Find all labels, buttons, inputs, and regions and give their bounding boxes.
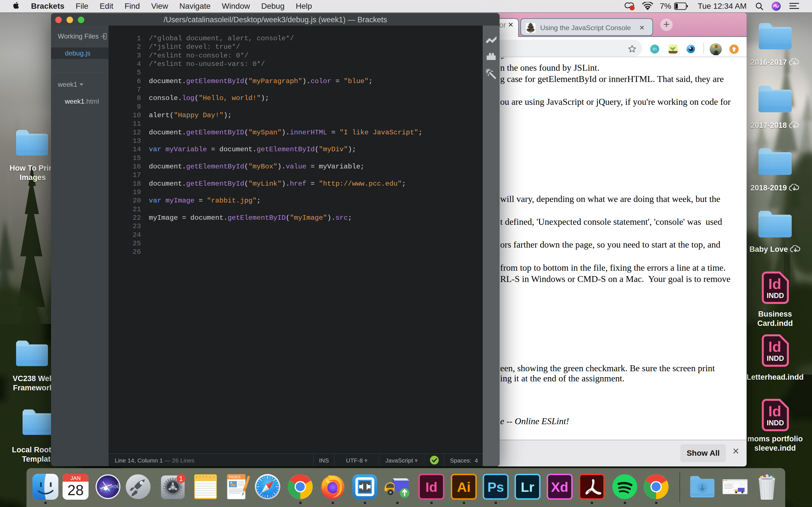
svg-text:Xd: Xd: [551, 480, 568, 495]
svg-text:1: 1: [179, 475, 183, 483]
svg-text:28: 28: [67, 482, 84, 498]
svg-text:m: m: [653, 46, 657, 52]
svg-text:Lr: Lr: [521, 480, 534, 495]
svg-text:PAGES: PAGES: [229, 475, 240, 479]
svg-text:JAN: JAN: [70, 475, 81, 481]
svg-text:Id: Id: [425, 480, 438, 495]
svg-text:Ps: Ps: [488, 480, 504, 495]
svg-text:Ai: Ai: [457, 480, 470, 495]
